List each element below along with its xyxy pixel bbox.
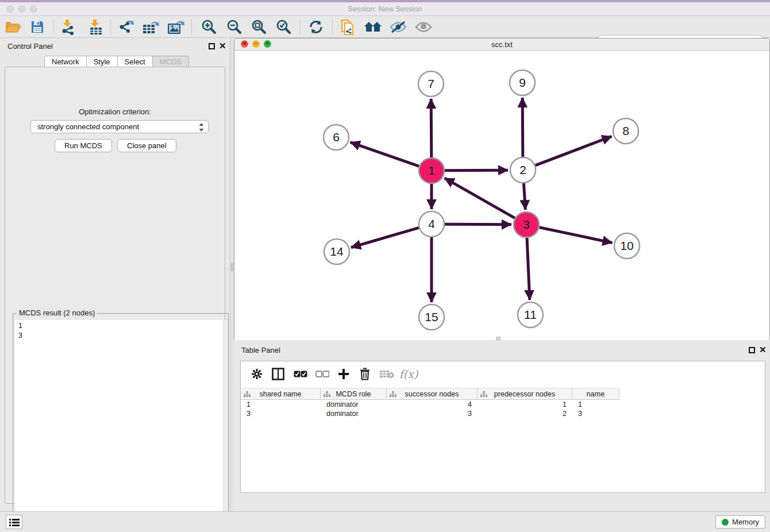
graph-node-10[interactable]: 10 [614,233,640,259]
list-icon [9,518,20,526]
app-titlebar: Session: New Session [0,2,770,16]
delete-table-icon[interactable] [378,365,396,383]
delete-column-icon[interactable] [356,365,374,383]
close-panel-icon[interactable]: ✕ [219,41,226,51]
task-history-button[interactable] [6,515,22,529]
divider-grip[interactable] [231,263,233,271]
graph-node-9[interactable]: 9 [510,70,535,95]
cell-MCDS-role: dominator [321,409,387,418]
cell-shared-name: 1 [241,400,321,409]
graph-node-4[interactable]: 4 [419,211,444,237]
function-builder-icon[interactable]: f(x) [399,365,418,383]
edge-3-1[interactable] [445,178,515,218]
graph-node-11[interactable]: 11 [518,302,543,327]
zoom-fit-icon[interactable] [248,18,269,36]
network-canvas[interactable]: 7968124314101511 [234,51,769,340]
toggle-columns-icon[interactable] [269,365,287,383]
zoom-out-icon[interactable] [224,18,244,36]
save-session-icon[interactable] [27,18,48,36]
column-header-name[interactable]: name [572,388,619,400]
graph-node-6[interactable]: 6 [324,125,349,150]
table-rows: 1dominator4113dominator323 [241,400,619,418]
mcds-result-legend: MCDS result (2 nodes) [17,309,97,317]
import-network-icon[interactable] [57,18,78,36]
cell-shared-name: 3 [241,409,321,418]
add-column-icon[interactable] [334,365,353,383]
edge-1-6[interactable] [351,142,419,167]
hide-selected-icon[interactable] [388,18,409,36]
graph-node-2[interactable]: 2 [510,157,536,183]
svg-text:15: 15 [425,310,438,323]
select-arrows-icon [198,122,205,132]
optimization-criterion-label: Optimization criterion: [5,107,225,116]
edge-2-8[interactable] [536,136,612,165]
settings-gear-icon[interactable] [248,365,266,383]
mcds-panel: Optimization criterion: strongly connect… [5,67,225,504]
mcds-result-values: 1 3 [18,321,22,341]
open-file-icon[interactable] [2,18,23,36]
svg-text:14: 14 [330,245,344,258]
edge-2-3[interactable] [523,183,525,210]
export-table-icon[interactable] [140,18,161,36]
show-all-icon[interactable] [413,18,434,36]
first-neighbors-icon[interactable] [363,18,383,36]
table-row-1[interactable]: 1dominator411 [241,400,619,409]
cell-MCDS-role: dominator [321,400,387,409]
control-panel-title: Control Panel [7,42,53,51]
edge-4-3[interactable] [445,224,511,225]
edge-1-2[interactable] [445,170,508,171]
column-label: name [587,390,605,398]
column-header-predecessor-nodes[interactable]: predecessor nodes [478,388,572,400]
graph-node-1[interactable]: 1 [419,158,444,183]
float-table-panel-icon[interactable] [749,347,755,353]
edge-2-9[interactable] [522,98,523,157]
float-panel-icon[interactable] [209,43,215,49]
zoom-selected-icon[interactable] [273,18,294,36]
cell-successor-nodes: 3 [387,409,478,418]
canvas-grip[interactable] [496,337,500,340]
export-image-icon[interactable] [165,18,186,36]
new-network-from-selection-icon[interactable] [337,18,358,36]
cell-predecessor-nodes: 2 [478,409,572,418]
graph-node-8[interactable]: 8 [613,118,638,144]
control-panel: Control Panel ✕ NetworkStyleSelectMCDS O… [0,38,230,511]
apply-layout-icon[interactable] [306,18,326,36]
run-mcds-button[interactable]: Run MCDS [55,139,112,152]
result-scrollbar[interactable] [223,320,227,528]
table-panel: Table Panel ✕ [234,342,770,511]
edge-4-14[interactable] [351,228,419,247]
import-table-icon[interactable] [85,18,106,36]
svg-text:1: 1 [428,164,435,177]
svg-text:10: 10 [620,239,633,252]
memory-label: Memory [732,518,759,526]
column-header-shared-name[interactable]: shared name [241,388,321,400]
graph-node-3[interactable]: 3 [514,212,539,237]
close-table-panel-icon[interactable]: ✕ [759,345,767,355]
optimization-criterion-select[interactable]: strongly connected component [30,120,209,133]
graph-node-14[interactable]: 14 [324,239,349,264]
svg-text:6: 6 [333,130,340,144]
edge-1-7[interactable] [431,99,432,157]
memory-button[interactable]: Memory [715,515,765,529]
toolbar-separator [53,20,54,34]
table-row-2[interactable]: 3dominator323 [241,409,619,418]
edge-3-10[interactable] [540,228,613,243]
column-label: successor nodes [405,390,459,398]
export-network-icon[interactable] [116,18,136,36]
toolbar-separator [300,20,301,34]
table-toolbar: f(x) [241,361,765,387]
graph-node-7[interactable]: 7 [418,71,444,97]
close-panel-button[interactable]: Close panel [117,139,176,152]
edge-3-11[interactable] [527,238,530,300]
network-window-titlebar[interactable]: ✕ − + scc.txt [234,38,769,51]
memory-status-icon [722,519,729,526]
zoom-in-icon[interactable] [198,18,219,36]
table-panel-title: Table Panel [241,346,280,354]
column-header-MCDS-role[interactable]: MCDS role [321,388,387,400]
select-all-checks-icon[interactable] [291,365,310,383]
selected-criterion: strongly connected component [37,122,139,131]
deselect-all-checks-icon[interactable] [313,365,332,383]
graph-node-15[interactable]: 15 [419,304,444,330]
svg-text:8: 8 [622,124,629,137]
column-header-successor-nodes[interactable]: successor nodes [387,388,478,400]
